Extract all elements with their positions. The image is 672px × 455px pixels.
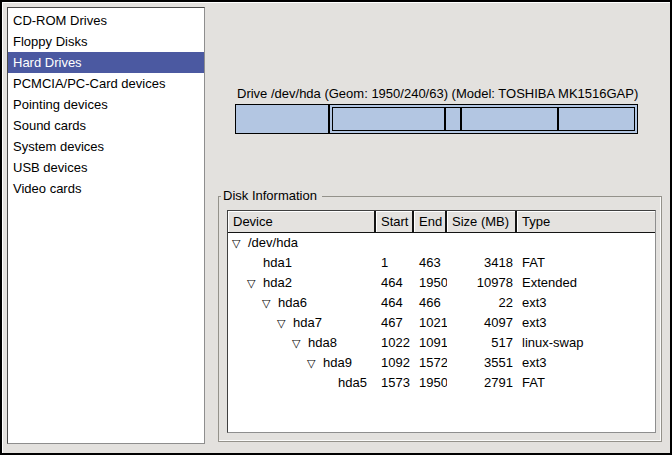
sidebar-list[interactable]: CD-ROM DrivesFloppy DisksHard DrivesPCMC… bbox=[7, 7, 205, 444]
expander-open-icon[interactable]: ▽ bbox=[292, 333, 308, 353]
size-cell: 3418 bbox=[447, 253, 517, 273]
end-cell: 463 bbox=[414, 253, 447, 273]
start-cell: 1573 bbox=[376, 373, 414, 393]
column-header-size-mb[interactable]: Size (MB) bbox=[447, 211, 517, 233]
partition-segment-hda2[interactable] bbox=[329, 104, 638, 134]
size-cell bbox=[447, 233, 517, 253]
device-cell: ▽hda7 bbox=[228, 313, 376, 333]
device-label: hda5 bbox=[338, 375, 367, 390]
partition-segment-hda9[interactable] bbox=[461, 107, 558, 131]
end-cell: 1091 bbox=[414, 333, 447, 353]
type-cell: ext3 bbox=[517, 293, 655, 313]
group-label: Disk Information bbox=[221, 188, 322, 204]
start-cell: 464 bbox=[376, 293, 414, 313]
sidebar-item-sound-cards[interactable]: Sound cards bbox=[8, 115, 204, 136]
table-row-hda6[interactable]: ▽hda646446622ext3 bbox=[228, 293, 655, 313]
table-row-hda5[interactable]: hda5157319502791FAT bbox=[228, 373, 655, 393]
column-header-end[interactable]: End bbox=[414, 211, 447, 233]
sidebar-item-pointing-devices[interactable]: Pointing devices bbox=[8, 94, 204, 115]
partition-segment-hda5[interactable] bbox=[558, 107, 635, 131]
size-cell: 10978 bbox=[447, 273, 517, 293]
table-row-hda9[interactable]: ▽hda9109215723551ext3 bbox=[228, 353, 655, 373]
device-cell: hda5 bbox=[228, 373, 376, 393]
logical-partitions bbox=[332, 107, 635, 131]
device-cell: hda1 bbox=[228, 253, 376, 273]
device-label: hda2 bbox=[263, 275, 292, 290]
table-row-hda2[interactable]: ▽hda2464195010978Extended bbox=[228, 273, 655, 293]
device-cell: ▽hda6 bbox=[228, 293, 376, 313]
end-cell: 1950 bbox=[414, 273, 447, 293]
size-cell: 22 bbox=[447, 293, 517, 313]
device-cell: ▽hda8 bbox=[228, 333, 376, 353]
sidebar-item-floppy-disks[interactable]: Floppy Disks bbox=[8, 31, 204, 52]
disk-table[interactable]: DeviceStartEndSize (MB)Type ▽/dev/hdahda… bbox=[227, 210, 656, 433]
hardware-browser-window: CD-ROM DrivesFloppy DisksHard DrivesPCMC… bbox=[0, 0, 672, 455]
size-cell: 4097 bbox=[447, 313, 517, 333]
column-header-device[interactable]: Device bbox=[228, 211, 376, 233]
partition-bar bbox=[235, 104, 638, 134]
expander-open-icon[interactable]: ▽ bbox=[307, 353, 323, 373]
end-cell: 466 bbox=[414, 293, 447, 313]
size-cell: 3551 bbox=[447, 353, 517, 373]
partition-segment-hda8[interactable] bbox=[445, 107, 461, 131]
sidebar-item-cd-rom-drives[interactable]: CD-ROM Drives bbox=[8, 10, 204, 31]
start-cell bbox=[376, 233, 414, 253]
type-cell: ext3 bbox=[517, 313, 655, 333]
disk-information-group: Disk Information DeviceStartEndSize (MB)… bbox=[218, 196, 662, 442]
table-row-hda8[interactable]: ▽hda810221091517linux-swap bbox=[228, 333, 655, 353]
type-cell: FAT bbox=[517, 253, 655, 273]
disk-table-header: DeviceStartEndSize (MB)Type bbox=[228, 211, 655, 233]
table-row-hda7[interactable]: ▽hda746710214097ext3 bbox=[228, 313, 655, 333]
expander-open-icon[interactable]: ▽ bbox=[247, 273, 263, 293]
size-cell: 2791 bbox=[447, 373, 517, 393]
column-header-type[interactable]: Type bbox=[517, 211, 655, 233]
device-cell: ▽/dev/hda bbox=[228, 233, 376, 253]
disk-table-body: ▽/dev/hdahda114633418FAT▽hda246419501097… bbox=[228, 233, 655, 393]
end-cell bbox=[414, 233, 447, 253]
type-cell bbox=[517, 233, 655, 253]
device-label: /dev/hda bbox=[248, 235, 298, 250]
sidebar-item-video-cards[interactable]: Video cards bbox=[8, 178, 204, 199]
partition-segment-hda1[interactable] bbox=[235, 104, 329, 134]
table-row-dev-hda[interactable]: ▽/dev/hda bbox=[228, 233, 655, 253]
end-cell: 1950 bbox=[414, 373, 447, 393]
end-cell: 1021 bbox=[414, 313, 447, 333]
sidebar-item-pcmcia-pc-card-devices[interactable]: PCMCIA/PC-Card devices bbox=[8, 73, 204, 94]
partition-segment-hda6-hda7[interactable] bbox=[332, 107, 445, 131]
end-cell: 1572 bbox=[414, 353, 447, 373]
expander-open-icon[interactable]: ▽ bbox=[277, 313, 293, 333]
start-cell: 1092 bbox=[376, 353, 414, 373]
start-cell: 1022 bbox=[376, 333, 414, 353]
drive-title: Drive /dev/hda (Geom: 1950/240/63) (Mode… bbox=[237, 86, 638, 101]
column-header-start[interactable]: Start bbox=[376, 211, 414, 233]
type-cell: ext3 bbox=[517, 353, 655, 373]
sidebar-item-usb-devices[interactable]: USB devices bbox=[8, 157, 204, 178]
size-cell: 517 bbox=[447, 333, 517, 353]
expander-open-icon[interactable]: ▽ bbox=[232, 233, 248, 253]
sidebar-item-hard-drives[interactable]: Hard Drives bbox=[8, 52, 204, 73]
device-cell: ▽hda2 bbox=[228, 273, 376, 293]
type-cell: linux-swap bbox=[517, 333, 655, 353]
type-cell: Extended bbox=[517, 273, 655, 293]
table-row-hda1[interactable]: hda114633418FAT bbox=[228, 253, 655, 273]
device-label: hda8 bbox=[308, 335, 337, 350]
start-cell: 467 bbox=[376, 313, 414, 333]
device-label: hda9 bbox=[323, 355, 352, 370]
device-label: hda1 bbox=[263, 255, 292, 270]
start-cell: 1 bbox=[376, 253, 414, 273]
sidebar-item-system-devices[interactable]: System devices bbox=[8, 136, 204, 157]
device-cell: ▽hda9 bbox=[228, 353, 376, 373]
start-cell: 464 bbox=[376, 273, 414, 293]
type-cell: FAT bbox=[517, 373, 655, 393]
device-label: hda6 bbox=[278, 295, 307, 310]
expander-open-icon[interactable]: ▽ bbox=[262, 293, 278, 313]
device-label: hda7 bbox=[293, 315, 322, 330]
